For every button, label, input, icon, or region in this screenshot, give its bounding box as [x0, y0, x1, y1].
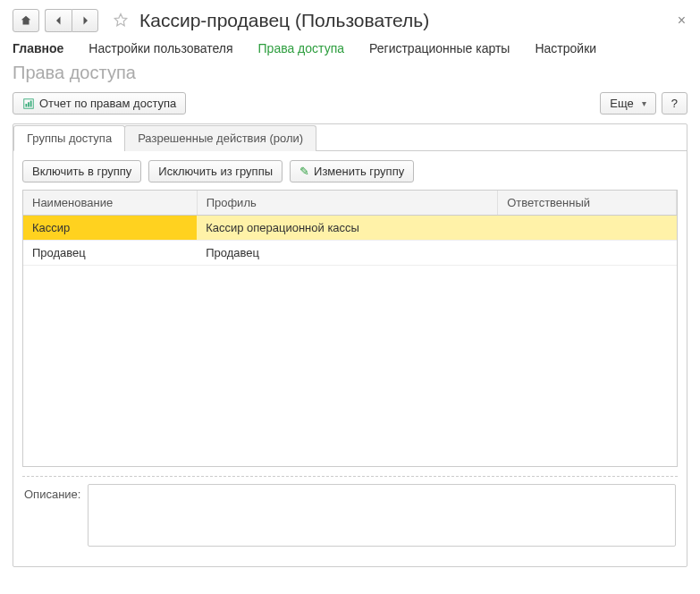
tab-access-groups-label: Группы доступа — [27, 132, 112, 145]
nav-user-settings[interactable]: Настройки пользователя — [89, 41, 232, 55]
include-in-group-label: Включить в группу — [32, 165, 131, 178]
top-nav: Главное Настройки пользователя Права дос… — [13, 41, 687, 55]
cell-name: Продавец — [23, 241, 197, 266]
description-label: Описание: — [24, 484, 80, 501]
tab-allowed-roles-label: Разрешенные действия (роли) — [138, 132, 303, 145]
nav-reg-cards[interactable]: Регистрационные карты — [369, 41, 510, 55]
cell-responsible — [498, 216, 677, 241]
forward-button[interactable] — [72, 9, 98, 32]
back-button[interactable] — [45, 9, 72, 32]
col-profile[interactable]: Профиль — [197, 191, 498, 216]
favorite-star-icon[interactable] — [111, 11, 131, 30]
more-button[interactable]: Еще ▾ — [600, 92, 655, 115]
nav-access-rights[interactable]: Права доступа — [258, 41, 344, 55]
edit-group-button[interactable]: ✎ Изменить группу — [290, 160, 414, 182]
exclude-from-group-label: Исключить из группы — [158, 165, 273, 178]
exclude-from-group-button[interactable]: Исключить из группы — [148, 160, 283, 182]
close-icon[interactable]: × — [678, 13, 686, 29]
home-button[interactable] — [13, 9, 39, 32]
nav-main[interactable]: Главное — [13, 41, 63, 55]
table-row[interactable]: Продавец Продавец — [23, 241, 677, 266]
separator — [22, 476, 678, 477]
cell-responsible — [498, 241, 677, 266]
report-icon — [22, 98, 35, 110]
help-button[interactable]: ? — [662, 92, 687, 115]
tab-access-groups[interactable]: Группы доступа — [13, 125, 125, 151]
more-button-label: Еще — [610, 97, 633, 110]
help-button-label: ? — [671, 97, 678, 110]
svg-rect-3 — [30, 100, 32, 106]
nav-settings[interactable]: Настройки — [535, 41, 596, 55]
cell-profile: Продавец — [197, 241, 498, 266]
col-name[interactable]: Наименование — [23, 191, 197, 216]
pencil-icon: ✎ — [299, 165, 309, 178]
cell-name: Кассир — [23, 216, 197, 241]
page-title: Кассир-продавец (Пользователь) — [139, 10, 429, 31]
report-button[interactable]: Отчет по правам доступа — [13, 92, 186, 115]
report-button-label: Отчет по правам доступа — [39, 97, 176, 110]
col-responsible[interactable]: Ответственный — [498, 191, 677, 216]
tab-allowed-roles[interactable]: Разрешенные действия (роли) — [124, 125, 316, 151]
svg-rect-2 — [28, 102, 30, 106]
chevron-down-icon: ▾ — [642, 98, 646, 108]
section-title: Права доступа — [13, 63, 687, 83]
svg-rect-1 — [26, 104, 28, 107]
table-row[interactable]: Кассир Кассир операционной кассы — [23, 216, 677, 241]
description-input[interactable] — [88, 484, 676, 547]
include-in-group-button[interactable]: Включить в группу — [22, 160, 141, 182]
groups-table[interactable]: Наименование Профиль Ответственный Касси… — [22, 190, 678, 467]
cell-profile: Кассир операционной кассы — [197, 216, 498, 241]
edit-group-label: Изменить группу — [314, 165, 404, 178]
